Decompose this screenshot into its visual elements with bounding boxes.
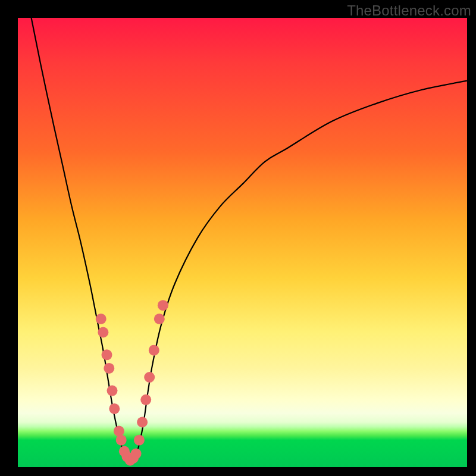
data-point [154,314,165,324]
data-point [102,349,112,360]
data-point [98,327,108,338]
bottleneck-curve-svg [18,18,467,467]
data-point [149,345,159,356]
plot-area [18,18,467,467]
data-point [107,386,118,396]
data-point [158,300,168,311]
data-point [116,435,127,446]
data-point [114,426,124,437]
scatter-dots [96,300,168,466]
watermark-text: TheBottleneck.com [347,2,471,19]
data-point [140,394,151,405]
data-point [131,448,142,459]
data-point [134,435,145,446]
chart-frame: TheBottleneck.com [0,0,476,476]
bottleneck-curve [32,18,467,463]
data-point [144,372,155,383]
data-point [109,403,120,414]
data-point [104,363,114,374]
data-point [137,417,148,428]
data-point [96,314,107,324]
